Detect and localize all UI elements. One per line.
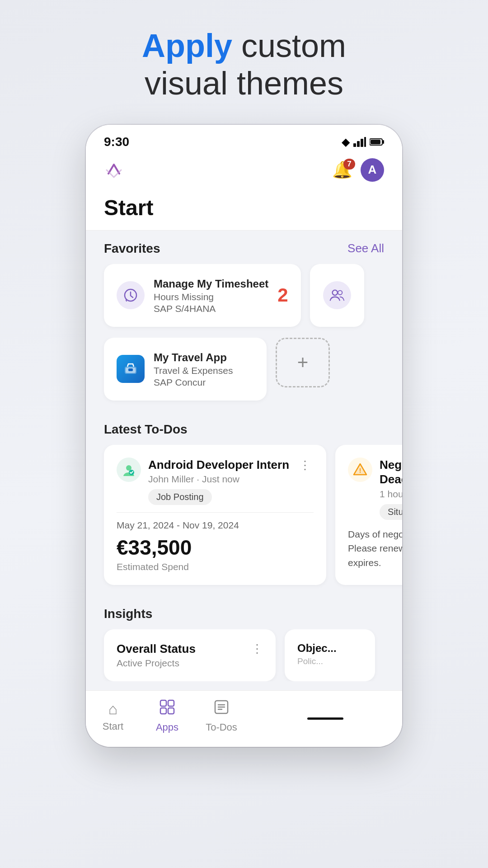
timesheet-badge: 2	[277, 284, 288, 306]
todo-card-tag: Job Posting	[148, 489, 212, 505]
app-bar-right: 🔔 7 A	[332, 158, 384, 182]
see-all-button[interactable]: See All	[347, 241, 384, 255]
warn-meta: 1 hour...	[380, 489, 402, 500]
nav-apps[interactable]: Apps	[140, 699, 194, 733]
svg-rect-12	[128, 368, 133, 371]
list-item[interactable]	[310, 264, 364, 327]
add-favorite-button[interactable]: +	[276, 338, 330, 387]
favorites-list: Manage My Timesheet Hours Missing SAP S/…	[86, 264, 402, 338]
warn-title: Nego...Deac...	[380, 458, 402, 487]
nav-start-label: Start	[103, 721, 123, 732]
warn-body: Days of nego...Please renew...expires.	[348, 527, 402, 570]
svg-point-8	[332, 290, 337, 295]
svg-rect-18	[160, 708, 166, 714]
content-scroll: Favorites See All Manage My Timesheet	[86, 231, 402, 747]
todo-amount-label: Estimated Spend	[117, 561, 314, 572]
insight-card-header: Overall Status Active Projects ⋮	[117, 642, 263, 669]
signal-icon	[353, 137, 366, 147]
insights-title: Insights	[104, 607, 152, 621]
warn-title-area: Nego...Deac... 1 hour... Situa...	[380, 458, 402, 520]
status-bar: 9:30 ◆	[86, 125, 402, 154]
notification-badge: 7	[343, 159, 355, 170]
svg-rect-19	[168, 708, 174, 714]
timesheet-icon	[117, 281, 145, 309]
travel-system: SAP Concur	[154, 377, 254, 388]
travel-subtitle: Travel & Expenses	[154, 365, 254, 376]
insight-title-area: Overall Status Active Projects	[117, 642, 196, 669]
todo-more-button[interactable]: ⋮	[296, 458, 314, 473]
todos-header: Latest To-Dos	[86, 422, 402, 445]
status-icons: ◆	[342, 136, 384, 148]
avatar-letter: A	[368, 163, 377, 177]
timesheet-system: SAP S/4HANA	[154, 303, 268, 314]
warning-icon: !	[348, 458, 372, 482]
list-item[interactable]: Android Developer Intern John Miller · J…	[104, 445, 326, 585]
svg-rect-1	[357, 141, 360, 147]
todo-title-area: Android Developer Intern John Miller · J…	[148, 458, 289, 505]
todo-divider	[117, 512, 314, 513]
svg-point-9	[338, 291, 342, 295]
nav-home-indicator	[307, 717, 343, 720]
list-item[interactable]: ! Nego...Deac... 1 hour... Situa... Days…	[335, 445, 402, 585]
list-item[interactable]: Manage My Timesheet Hours Missing SAP S/…	[104, 264, 301, 327]
travel-icon	[117, 355, 145, 383]
insights-list: Overall Status Active Projects ⋮ Objec..…	[86, 629, 402, 681]
favorites-section: Favorites See All Manage My Timesheet	[86, 241, 402, 411]
insights-section: Insights Overall Status Active Projects …	[86, 596, 402, 681]
list-item[interactable]: Objec... Polic...	[285, 629, 375, 681]
page-header: Apply customvisual themes	[142, 27, 346, 102]
insights-header: Insights	[86, 607, 402, 629]
travel-info: My Travel App Travel & Expenses SAP Conc…	[154, 350, 254, 388]
svg-rect-5	[383, 140, 384, 144]
svg-text:!: !	[359, 467, 361, 474]
todo-amount: €33,500	[117, 535, 314, 560]
favorites-header: Favorites See All	[86, 241, 402, 264]
app-bar: 🔔 7 A	[86, 154, 402, 191]
todos-list: Android Developer Intern John Miller · J…	[86, 445, 402, 596]
list-item[interactable]: My Travel App Travel & Expenses SAP Conc…	[104, 338, 267, 401]
todo-card-header: Android Developer Intern John Miller · J…	[117, 458, 314, 505]
insight-card-title: Overall Status	[117, 642, 196, 656]
travel-title: My Travel App	[154, 350, 254, 364]
nav-start[interactable]: ⌂ Start	[86, 700, 140, 732]
todo-card-title: Android Developer Intern	[148, 458, 289, 472]
timesheet-info: Manage My Timesheet Hours Missing SAP S/…	[154, 277, 268, 314]
notification-button[interactable]: 🔔 7	[332, 160, 352, 179]
warn-tag: Situa...	[380, 504, 402, 520]
todo-avatar	[117, 458, 141, 482]
svg-rect-2	[361, 139, 363, 147]
list-item[interactable]: Overall Status Active Projects ⋮	[104, 629, 276, 681]
insight-more-button[interactable]: ⋮	[251, 642, 263, 656]
svg-rect-16	[160, 700, 166, 706]
svg-rect-6	[371, 140, 380, 144]
avatar-button[interactable]: A	[361, 158, 384, 182]
todos-icon	[213, 699, 230, 719]
battery-icon	[370, 138, 384, 146]
todos-section: Latest To-Dos	[86, 411, 402, 596]
wifi-icon: ◆	[342, 136, 350, 148]
nav-todos-label: To-Dos	[206, 722, 237, 733]
nav-todos[interactable]: To-Dos	[194, 699, 249, 733]
favorites-title: Favorites	[104, 241, 160, 256]
todo-card-meta: John Miller · Just now	[148, 474, 289, 485]
timesheet-subtitle: Hours Missing	[154, 292, 268, 302]
todos-title: Latest To-Dos	[104, 422, 188, 437]
favorites-list-2: My Travel App Travel & Expenses SAP Conc…	[86, 338, 402, 411]
home-icon: ⌂	[108, 700, 118, 718]
phone-shell: 9:30 ◆ 🔔 7	[86, 125, 402, 747]
timesheet-title: Manage My Timesheet	[154, 277, 268, 291]
status-time: 9:30	[104, 135, 129, 149]
warn-card-header: ! Nego...Deac... 1 hour... Situa...	[348, 458, 402, 520]
header-apply: Apply	[142, 28, 232, 64]
svg-rect-3	[364, 137, 366, 147]
todo-date: May 21, 2024 - Nov 19, 2024	[117, 520, 314, 531]
page-title: Start	[104, 196, 153, 220]
nav-apps-label: Apps	[156, 722, 178, 733]
add-icon: +	[297, 352, 309, 373]
svg-point-13	[126, 465, 131, 471]
svg-rect-0	[353, 143, 356, 147]
insight2-sub: Polic...	[297, 656, 362, 666]
bottom-nav: ⌂ Start Apps	[86, 690, 402, 747]
app-logo	[104, 160, 124, 180]
insight2-title: Objec...	[297, 642, 362, 655]
